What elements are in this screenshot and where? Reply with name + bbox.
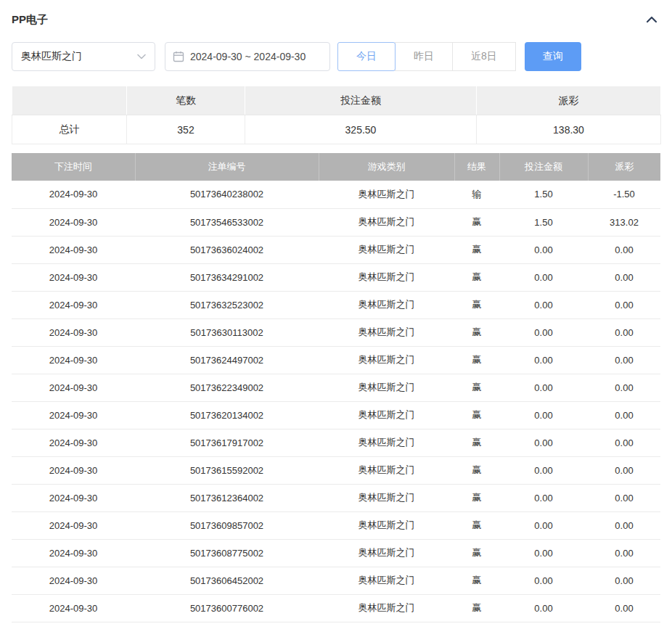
cell-bet-amount: 0.00 (499, 318, 588, 346)
chevron-up-icon (646, 16, 657, 23)
cell-game: 奥林匹斯之门 (319, 539, 454, 567)
table-row: 2024-09-3050173612364002奥林匹斯之门赢0.000.00 (12, 484, 660, 511)
cell-result: 赢 (454, 346, 499, 374)
cell-result: 赢 (454, 539, 499, 567)
cell-order-id: 50173612364002 (135, 484, 319, 511)
table-row: 2024-09-3050173606452002奥林匹斯之门赢0.000.00 (12, 567, 660, 594)
cell-bet-amount: 0.00 (499, 291, 588, 318)
report-panel: PP电子 奥林匹斯之门 2024-09-30 ~ 2024-09-30 今日 (0, 0, 672, 622)
table-row: 2024-09-3050173617917002奥林匹斯之门赢0.000.00 (12, 429, 660, 456)
cell-bet-amount: 0.00 (499, 539, 588, 567)
summary-header-bet-amount: 投注金额 (245, 86, 477, 115)
cell-game: 奥林匹斯之门 (319, 567, 454, 594)
chevron-down-icon (137, 54, 146, 59)
cell-result: 赢 (454, 208, 499, 236)
search-button[interactable]: 查询 (525, 42, 581, 71)
cell-time: 2024-09-30 (12, 181, 135, 208)
col-header-bet-amount: 投注金额 (499, 153, 588, 181)
date-range-input[interactable]: 2024-09-30 ~ 2024-09-30 (165, 42, 330, 71)
cell-order-id: 50173640238002 (135, 181, 319, 208)
cell-time: 2024-09-30 (12, 484, 135, 511)
cell-order-id: 50173609857002 (135, 511, 319, 539)
table-row: 2024-09-3050173640238002奥林匹斯之门输1.50-1.50 (12, 181, 660, 208)
cell-bet-amount: 1.50 (499, 181, 588, 208)
cell-order-id: 50173620134002 (135, 401, 319, 429)
cell-order-id: 50173636024002 (135, 236, 319, 263)
cell-bet-amount: 0.00 (499, 511, 588, 539)
cell-time: 2024-09-30 (12, 263, 135, 291)
bet-records-table: 下注时间 注单编号 游戏类别 结果 投注金额 派彩 2024-09-305017… (12, 153, 660, 622)
table-row: 2024-09-3050173632523002奥林匹斯之门赢0.000.00 (12, 291, 660, 318)
cell-order-id: 50173608775002 (135, 539, 319, 567)
cell-time: 2024-09-30 (12, 511, 135, 539)
summary-total-label: 总计 (12, 115, 127, 144)
cell-result: 赢 (454, 567, 499, 594)
cell-bet-amount: 0.00 (499, 401, 588, 429)
cell-result: 赢 (454, 291, 499, 318)
table-header-row: 下注时间 注单编号 游戏类别 结果 投注金额 派彩 (12, 153, 660, 181)
cell-result: 赢 (454, 263, 499, 291)
cell-payout: 0.00 (588, 236, 660, 263)
quick-range-group: 今日 昨日 近8日 (337, 42, 516, 71)
cell-game: 奥林匹斯之门 (319, 456, 454, 484)
cell-time: 2024-09-30 (12, 291, 135, 318)
cell-game: 奥林匹斯之门 (319, 484, 454, 511)
cell-game: 奥林匹斯之门 (319, 208, 454, 236)
cell-game: 奥林匹斯之门 (319, 511, 454, 539)
cell-bet-amount: 0.00 (499, 484, 588, 511)
cell-bet-amount: 0.00 (499, 429, 588, 456)
cell-order-id: 50173615592002 (135, 456, 319, 484)
cell-payout: 0.00 (588, 429, 660, 456)
today-button[interactable]: 今日 (337, 42, 396, 71)
cell-bet-amount: 0.00 (499, 456, 588, 484)
table-row: 2024-09-3050173615592002奥林匹斯之门赢0.000.00 (12, 456, 660, 484)
cell-payout: -1.50 (588, 181, 660, 208)
cell-game: 奥林匹斯之门 (319, 291, 454, 318)
cell-order-id: 50173630113002 (135, 318, 319, 346)
cell-result: 赢 (454, 484, 499, 511)
cell-payout: 0.00 (588, 594, 660, 622)
collapse-button[interactable] (643, 11, 660, 28)
yesterday-button[interactable]: 昨日 (395, 42, 453, 71)
cell-bet-amount: 1.50 (499, 208, 588, 236)
summary-header-payout: 派彩 (477, 86, 661, 115)
cell-bet-amount: 0.00 (499, 567, 588, 594)
col-header-payout: 派彩 (588, 153, 660, 181)
cell-game: 奥林匹斯之门 (319, 263, 454, 291)
game-select-value: 奥林匹斯之门 (21, 50, 82, 63)
cell-time: 2024-09-30 (12, 539, 135, 567)
cell-time: 2024-09-30 (12, 456, 135, 484)
cell-result: 赢 (454, 236, 499, 263)
cell-result: 赢 (454, 429, 499, 456)
col-header-order-id: 注单编号 (135, 153, 319, 181)
cell-bet-amount: 0.00 (499, 236, 588, 263)
cell-time: 2024-09-30 (12, 567, 135, 594)
cell-order-id: 50173600776002 (135, 594, 319, 622)
table-row: 2024-09-3050173636024002奥林匹斯之门赢0.000.00 (12, 236, 660, 263)
cell-result: 赢 (454, 374, 499, 401)
cell-order-id: 50173546533002 (135, 208, 319, 236)
cell-game: 奥林匹斯之门 (319, 346, 454, 374)
cell-time: 2024-09-30 (12, 208, 135, 236)
summary-header-empty (12, 86, 127, 115)
cell-result: 赢 (454, 594, 499, 622)
calendar-icon (173, 51, 184, 62)
date-range-value: 2024-09-30 ~ 2024-09-30 (190, 51, 306, 62)
cell-result: 赢 (454, 456, 499, 484)
last-8-days-button[interactable]: 近8日 (452, 42, 516, 71)
table-row: 2024-09-3050173624497002奥林匹斯之门赢0.000.00 (12, 346, 660, 374)
cell-order-id: 50173624497002 (135, 346, 319, 374)
table-row: 2024-09-3050173600776002奥林匹斯之门赢0.000.00 (12, 594, 660, 622)
cell-result: 赢 (454, 318, 499, 346)
cell-payout: 0.00 (588, 263, 660, 291)
table-row: 2024-09-3050173634291002奥林匹斯之门赢0.000.00 (12, 263, 660, 291)
game-select[interactable]: 奥林匹斯之门 (12, 42, 155, 71)
cell-order-id: 50173634291002 (135, 263, 319, 291)
cell-payout: 0.00 (588, 539, 660, 567)
summary-total-count: 352 (127, 115, 245, 144)
cell-game: 奥林匹斯之门 (319, 236, 454, 263)
cell-order-id: 50173617917002 (135, 429, 319, 456)
summary-total-row: 总计 352 325.50 138.30 (12, 115, 661, 144)
table-row: 2024-09-3050173622349002奥林匹斯之门赢0.000.00 (12, 374, 660, 401)
cell-result: 赢 (454, 511, 499, 539)
